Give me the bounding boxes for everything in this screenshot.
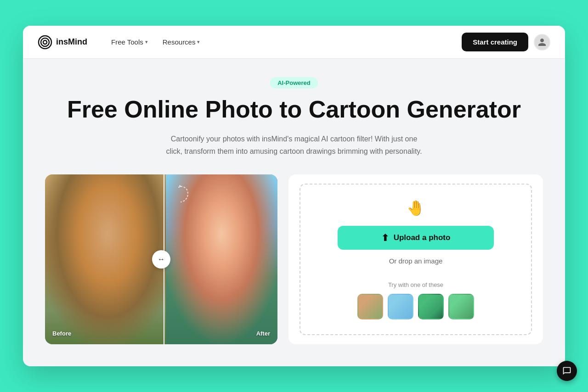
logo[interactable]: insMind xyxy=(38,35,87,50)
svg-point-1 xyxy=(41,38,49,46)
chevron-down-icon: ▾ xyxy=(145,39,148,45)
hero-section: AI-Powered Free Online Photo to Cartoon … xyxy=(45,77,543,157)
cards-row: ↔ Before After 🤚 ⬆ xyxy=(45,174,543,344)
upload-card: 🤚 ⬆ Upload a photo Or drop an image Try … xyxy=(288,174,543,344)
upload-photo-button[interactable]: ⬆ Upload a photo xyxy=(338,226,494,250)
user-avatar[interactable] xyxy=(534,34,550,50)
sample-thumb-4[interactable] xyxy=(448,294,474,319)
before-label: Before xyxy=(52,330,71,337)
browser-window: insMind Free Tools ▾ Resources ▾ Start c… xyxy=(23,26,565,366)
main-content: AI-Powered Free Online Photo to Cartoon … xyxy=(23,59,565,366)
nav-links: Free Tools ▾ Resources ▾ xyxy=(106,34,462,50)
arrows-lr-icon: ↔ xyxy=(158,255,165,263)
hero-description: Cartoonify your photos with insMind's ma… xyxy=(165,133,423,157)
try-section: Try with one of these xyxy=(311,281,520,319)
circle-arrow-decoration xyxy=(170,184,191,204)
chat-icon xyxy=(562,366,571,375)
brand-name: insMind xyxy=(56,37,87,47)
divider-handle[interactable]: ↔ xyxy=(152,250,170,269)
svg-point-2 xyxy=(43,40,47,44)
upload-dropzone[interactable]: 🤚 ⬆ Upload a photo Or drop an image Try … xyxy=(300,184,532,335)
before-side xyxy=(45,174,166,344)
after-label: After xyxy=(256,330,270,337)
drop-text: Or drop an image xyxy=(389,257,443,265)
nav-free-tools[interactable]: Free Tools ▾ xyxy=(106,34,153,50)
sample-thumb-1[interactable] xyxy=(357,294,383,319)
try-thumbnails xyxy=(311,294,520,319)
upload-button-label: Upload a photo xyxy=(394,233,451,242)
nav-resources-label: Resources xyxy=(163,38,196,46)
ai-powered-badge: AI-Powered xyxy=(270,77,318,89)
nav-free-tools-label: Free Tools xyxy=(111,38,143,46)
sample-thumb-2[interactable] xyxy=(388,294,413,319)
logo-icon xyxy=(38,35,52,50)
try-label: Try with one of these xyxy=(311,281,520,288)
navbar: insMind Free Tools ▾ Resources ▾ Start c… xyxy=(23,26,565,59)
before-after-inner: ↔ Before After xyxy=(45,174,277,344)
upload-icon: ⬆ xyxy=(381,232,389,243)
before-after-card: ↔ Before After xyxy=(45,174,277,344)
hand-cursor-icon: 🤚 xyxy=(407,199,425,217)
user-icon xyxy=(537,38,547,47)
chevron-down-icon-2: ▾ xyxy=(197,39,200,45)
nav-resources[interactable]: Resources ▾ xyxy=(157,34,206,50)
chat-bubble-button[interactable] xyxy=(557,361,577,381)
nav-actions: Start creating xyxy=(462,33,550,51)
hero-title: Free Online Photo to Cartoon Generator xyxy=(45,96,543,123)
start-creating-button[interactable]: Start creating xyxy=(462,33,528,51)
sample-thumb-3[interactable] xyxy=(418,294,444,319)
before-photo xyxy=(45,174,166,344)
